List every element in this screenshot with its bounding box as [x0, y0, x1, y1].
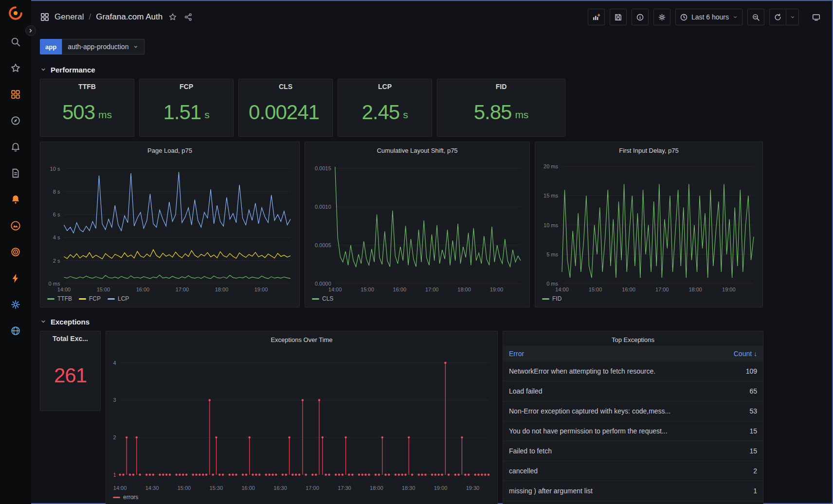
dashboard-settings-button[interactable] [653, 9, 670, 25]
svg-text:20 ms: 20 ms [543, 163, 558, 169]
error-cell: missing ) after argument list [503, 481, 716, 501]
cls-chart[interactable]: 0.00000.00050.00100.001514:0015:0016:001… [309, 157, 525, 293]
legend-item-fcp[interactable]: FCP [79, 295, 101, 302]
breadcrumb: General / Grafana.com Auth [40, 12, 194, 22]
legend-item-errors[interactable]: errors [113, 494, 138, 501]
panel-lcp[interactable]: LCP 2.45 s [338, 79, 432, 137]
table-row: missing ) after argument list1 [503, 481, 763, 501]
sidebar-item-plugin-globe[interactable] [10, 325, 21, 337]
charts-row: Page Load, p75 0 ms2 s4 s6 s8 s10 s14:00… [40, 142, 824, 307]
svg-text:6 s: 6 s [53, 212, 60, 217]
breadcrumb-folder[interactable]: General [54, 12, 84, 22]
table-row: Non-Error exception captured with keys: … [503, 401, 763, 421]
sidebar-item-plugin-mountains[interactable] [10, 220, 21, 232]
svg-text:17:00: 17:00 [306, 485, 319, 491]
svg-text:17:00: 17:00 [425, 287, 439, 292]
panel-fcp[interactable]: FCP 1.51 s [139, 79, 234, 137]
grafana-logo[interactable] [7, 5, 24, 21]
mountains-icon [10, 220, 21, 231]
section-performance[interactable]: Performance [40, 60, 824, 79]
svg-text:0.0010: 0.0010 [315, 204, 331, 210]
share-dashboard-button[interactable] [183, 12, 194, 22]
stat-value: 5.85 ms [474, 94, 529, 136]
sidebar-expand-button[interactable] [25, 25, 36, 36]
table-row: Load failed65 [503, 381, 763, 401]
sidebar-item-plugin-bolt[interactable] [10, 272, 21, 284]
panel-fid[interactable]: FID 5.85 ms [437, 79, 565, 137]
exceptions-row: Total Exc... 261 Exceptions Over Time 12… [40, 331, 824, 504]
sidebar-item-explore[interactable] [10, 115, 21, 126]
svg-text:0 ms: 0 ms [546, 281, 558, 287]
share-icon [184, 13, 193, 21]
apps-icon [40, 12, 50, 22]
panel-ttfb[interactable]: TTFB 503 ms [40, 79, 134, 137]
svg-text:16:00: 16:00 [136, 287, 150, 292]
star-icon [10, 63, 21, 73]
exceptions-chart[interactable]: 123414:0014:3015:0015:3016:0016:3017:001… [110, 346, 493, 492]
svg-text:4: 4 [113, 360, 116, 366]
zoom-out-icon [752, 13, 760, 21]
sidebar-item-dashboards[interactable] [10, 89, 21, 100]
kiosk-mode-button[interactable] [808, 9, 824, 25]
chart-legend: CLS [309, 293, 525, 304]
error-cell: You do not have permission to perform th… [503, 421, 716, 441]
legend-swatch [312, 298, 319, 300]
panel-title: TTFB [74, 79, 100, 94]
legend-item-cls[interactable]: CLS [312, 295, 333, 302]
column-header-count[interactable]: Count ↓ [716, 346, 763, 361]
panel-cls[interactable]: CLS 0.00241 [238, 79, 333, 137]
svg-text:19:00: 19:00 [254, 287, 268, 292]
table-row: cancelled2 [503, 461, 763, 481]
table-row: Failed to fetch15 [503, 441, 763, 461]
sidebar-item-plugin-alarm[interactable] [10, 194, 21, 205]
sidebar-item-plugin-target[interactable] [10, 246, 21, 258]
stats-row: TTFB 503 ms FCP 1.51 s CLS 0. [40, 79, 824, 137]
sidebar-item-docs[interactable] [10, 167, 21, 179]
time-range-picker[interactable]: Last 6 hours [675, 9, 742, 25]
legend-item-fid[interactable]: FID [542, 295, 561, 302]
chevron-down-icon [40, 66, 47, 73]
svg-text:0.0000: 0.0000 [315, 281, 331, 287]
dashboard-insights-button[interactable] [632, 9, 649, 25]
legend-item-ttfb[interactable]: TTFB [47, 295, 72, 302]
svg-text:19:00: 19:00 [722, 287, 736, 292]
refresh-button[interactable] [769, 9, 786, 25]
sidebar-item-starred[interactable] [10, 62, 21, 74]
panel-total-exceptions[interactable]: Total Exc... 261 [40, 331, 101, 411]
add-panel-button[interactable] [588, 9, 605, 25]
save-dashboard-button[interactable] [610, 9, 627, 25]
error-cell: cancelled [503, 461, 716, 481]
panel-title[interactable]: Exceptions Over Time [110, 333, 493, 346]
svg-text:18:30: 18:30 [402, 485, 416, 491]
refresh-interval-dropdown[interactable] [786, 9, 799, 25]
count-cell: 15 [716, 441, 763, 461]
legend-item-lcp[interactable]: LCP [108, 295, 129, 302]
section-exceptions[interactable]: Exceptions [40, 312, 824, 331]
variable-app: app auth-app-production [40, 39, 145, 54]
info-circle-icon [636, 13, 644, 21]
stat-unit: ms [515, 109, 528, 121]
svg-text:5 ms: 5 ms [546, 252, 558, 257]
panel-title[interactable]: First Input Delay, p75 [539, 144, 759, 157]
sidebar-item-search[interactable] [10, 36, 21, 48]
blue-gear-icon [10, 299, 21, 310]
zoom-out-button[interactable] [747, 9, 764, 25]
page-load-chart[interactable]: 0 ms2 s4 s6 s8 s10 s14:0015:0016:0017:00… [44, 157, 295, 293]
dashboard-toolbar: Last 6 hours [588, 9, 824, 25]
panel-title[interactable]: Cumulative Layout Shift, p75 [309, 144, 525, 157]
fid-chart[interactable]: 0 ms5 ms10 ms15 ms20 ms14:0015:0016:0017… [539, 157, 759, 293]
panel-title[interactable]: Top Exceptions [503, 333, 763, 346]
chart-legend: errors [110, 492, 493, 503]
error-cell: Load failed [503, 381, 716, 401]
chevron-down-icon [732, 14, 738, 20]
svg-text:0.0005: 0.0005 [315, 242, 331, 248]
top-exceptions-table: Error Count ↓ NetworkError when attempti… [503, 346, 763, 501]
sidebar-item-alerting[interactable] [10, 141, 21, 153]
star-dashboard-button[interactable] [167, 12, 178, 22]
stat-value: 1.51 s [163, 94, 209, 136]
column-header-error[interactable]: Error [503, 346, 716, 361]
panel-title[interactable]: Page Load, p75 [44, 144, 295, 157]
variable-value-dropdown[interactable]: auth-app-production [62, 39, 145, 54]
sidebar-item-plugin-gear[interactable] [10, 299, 21, 310]
stat-unit: s [204, 109, 210, 121]
